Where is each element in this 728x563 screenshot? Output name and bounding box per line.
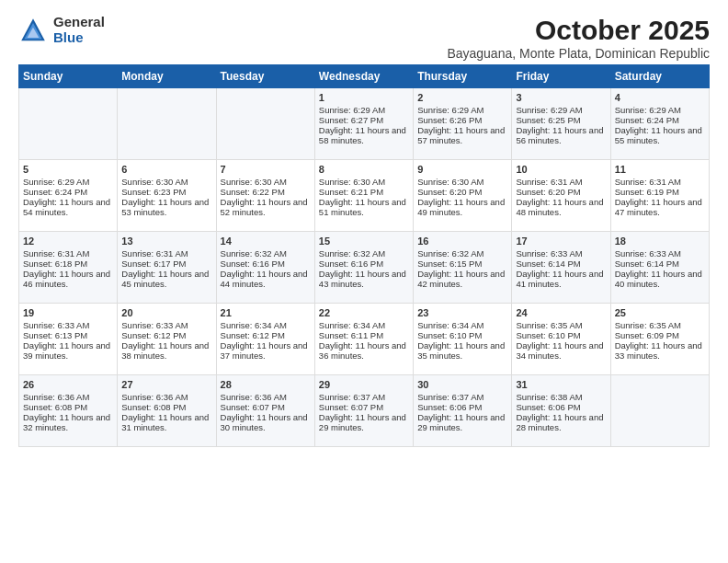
daylight-text: Daylight: 11 hours and 42 minutes. xyxy=(417,269,505,289)
cell-w4-d4: 30Sunrise: 6:37 AMSunset: 6:06 PMDayligh… xyxy=(414,375,512,447)
cell-w4-d2: 28Sunrise: 6:36 AMSunset: 6:07 PMDayligh… xyxy=(216,375,314,447)
cell-w3-d0: 19Sunrise: 6:33 AMSunset: 6:13 PMDayligh… xyxy=(19,304,118,375)
daylight-text: Daylight: 11 hours and 40 minutes. xyxy=(615,269,702,289)
daylight-text: Daylight: 11 hours and 53 minutes. xyxy=(121,197,209,217)
daylight-text: Daylight: 11 hours and 34 minutes. xyxy=(516,340,603,361)
day-number: 21 xyxy=(221,307,311,318)
day-number: 18 xyxy=(615,236,705,247)
sunrise-text: Sunrise: 6:33 AM xyxy=(615,248,681,259)
sunrise-text: Sunrise: 6:34 AM xyxy=(417,320,483,330)
daylight-text: Daylight: 11 hours and 54 minutes. xyxy=(23,197,110,217)
daylight-text: Daylight: 11 hours and 38 minutes. xyxy=(121,340,209,361)
daylight-text: Daylight: 11 hours and 29 minutes. xyxy=(319,412,406,432)
sunset-text: Sunset: 6:16 PM xyxy=(319,259,383,269)
sunset-text: Sunset: 6:24 PM xyxy=(615,115,679,125)
day-number: 23 xyxy=(417,307,507,318)
sunset-text: Sunset: 6:06 PM xyxy=(417,402,482,412)
week-row-0: 1Sunrise: 6:29 AMSunset: 6:27 PMDaylight… xyxy=(19,88,710,160)
day-number: 24 xyxy=(516,307,606,318)
month-title: October 2025 xyxy=(447,15,710,46)
logo-general-label: General xyxy=(53,15,105,30)
calendar-body: 1Sunrise: 6:29 AMSunset: 6:27 PMDaylight… xyxy=(19,88,710,447)
cell-w2-d5: 17Sunrise: 6:33 AMSunset: 6:14 PMDayligh… xyxy=(512,232,610,304)
day-number: 14 xyxy=(221,236,311,247)
sunrise-text: Sunrise: 6:33 AM xyxy=(121,320,188,330)
sunset-text: Sunset: 6:20 PM xyxy=(516,187,580,197)
cell-w1-d2: 7Sunrise: 6:30 AMSunset: 6:22 PMDaylight… xyxy=(216,160,314,232)
cell-w3-d5: 24Sunrise: 6:35 AMSunset: 6:10 PMDayligh… xyxy=(512,304,610,375)
day-number: 6 xyxy=(121,164,211,175)
sunset-text: Sunset: 6:14 PM xyxy=(516,259,580,269)
sunset-text: Sunset: 6:23 PM xyxy=(121,187,186,197)
sunrise-text: Sunrise: 6:37 AM xyxy=(417,392,483,402)
sunset-text: Sunset: 6:24 PM xyxy=(23,187,87,197)
day-number: 30 xyxy=(417,379,507,390)
daylight-text: Daylight: 11 hours and 55 minutes. xyxy=(615,125,702,145)
daylight-text: Daylight: 11 hours and 31 minutes. xyxy=(121,412,209,432)
cell-w1-d3: 8Sunrise: 6:30 AMSunset: 6:21 PMDaylight… xyxy=(314,160,413,232)
sunrise-text: Sunrise: 6:29 AM xyxy=(319,105,385,115)
sunset-text: Sunset: 6:17 PM xyxy=(121,259,186,269)
sunrise-text: Sunrise: 6:33 AM xyxy=(23,320,89,330)
cell-w2-d2: 14Sunrise: 6:32 AMSunset: 6:16 PMDayligh… xyxy=(216,232,314,304)
daylight-text: Daylight: 11 hours and 29 minutes. xyxy=(417,412,505,432)
sunset-text: Sunset: 6:22 PM xyxy=(221,187,285,197)
cell-w4-d0: 26Sunrise: 6:36 AMSunset: 6:08 PMDayligh… xyxy=(19,375,118,447)
sunrise-text: Sunrise: 6:33 AM xyxy=(516,248,582,259)
sunrise-text: Sunrise: 6:30 AM xyxy=(121,177,188,187)
sunrise-text: Sunrise: 6:29 AM xyxy=(615,105,681,115)
day-number: 4 xyxy=(615,92,705,103)
sunset-text: Sunset: 6:26 PM xyxy=(417,115,482,125)
sunrise-text: Sunrise: 6:35 AM xyxy=(615,320,681,330)
header-tuesday: Tuesday xyxy=(216,65,314,88)
day-number: 25 xyxy=(615,307,705,318)
daylight-text: Daylight: 11 hours and 45 minutes. xyxy=(121,269,209,289)
cell-w0-d1 xyxy=(118,88,216,160)
day-number: 22 xyxy=(319,307,409,318)
sunset-text: Sunset: 6:20 PM xyxy=(417,187,482,197)
cell-w4-d3: 29Sunrise: 6:37 AMSunset: 6:07 PMDayligh… xyxy=(314,375,413,447)
day-number: 29 xyxy=(319,379,409,390)
daylight-text: Daylight: 11 hours and 44 minutes. xyxy=(221,269,308,289)
day-number: 9 xyxy=(417,164,507,175)
day-number: 13 xyxy=(121,236,211,247)
sunset-text: Sunset: 6:25 PM xyxy=(516,115,580,125)
day-number: 19 xyxy=(23,307,113,318)
cell-w3-d3: 22Sunrise: 6:34 AMSunset: 6:11 PMDayligh… xyxy=(314,304,413,375)
day-number: 10 xyxy=(516,164,606,175)
sunrise-text: Sunrise: 6:31 AM xyxy=(615,177,681,187)
cell-w0-d4: 2Sunrise: 6:29 AMSunset: 6:26 PMDaylight… xyxy=(414,88,512,160)
calendar-table: Sunday Monday Tuesday Wednesday Thursday… xyxy=(18,64,710,447)
sunrise-text: Sunrise: 6:36 AM xyxy=(23,392,89,402)
sunrise-text: Sunrise: 6:30 AM xyxy=(221,177,287,187)
sunrise-text: Sunrise: 6:29 AM xyxy=(23,177,89,187)
location-title: Bayaguana, Monte Plata, Dominican Republ… xyxy=(447,46,710,61)
sunrise-text: Sunrise: 6:30 AM xyxy=(319,177,385,187)
day-number: 11 xyxy=(615,164,705,175)
sunrise-text: Sunrise: 6:29 AM xyxy=(516,105,582,115)
sunset-text: Sunset: 6:19 PM xyxy=(615,187,679,197)
sunrise-text: Sunrise: 6:36 AM xyxy=(121,392,188,402)
sunrise-text: Sunrise: 6:31 AM xyxy=(121,248,188,259)
title-block: October 2025 Bayaguana, Monte Plata, Dom… xyxy=(447,15,710,61)
daylight-text: Daylight: 11 hours and 47 minutes. xyxy=(615,197,702,217)
sunset-text: Sunset: 6:08 PM xyxy=(23,402,87,412)
day-number: 3 xyxy=(516,92,606,103)
cell-w0-d0 xyxy=(19,88,118,160)
header-wednesday: Wednesday xyxy=(314,65,413,88)
day-number: 16 xyxy=(417,236,507,247)
daylight-text: Daylight: 11 hours and 39 minutes. xyxy=(23,340,110,361)
daylight-text: Daylight: 11 hours and 37 minutes. xyxy=(221,340,308,361)
logo-icon xyxy=(18,16,48,45)
cell-w2-d0: 12Sunrise: 6:31 AMSunset: 6:18 PMDayligh… xyxy=(19,232,118,304)
sunset-text: Sunset: 6:11 PM xyxy=(319,330,383,340)
sunset-text: Sunset: 6:06 PM xyxy=(516,402,580,412)
sunset-text: Sunset: 6:14 PM xyxy=(615,259,679,269)
cell-w0-d5: 3Sunrise: 6:29 AMSunset: 6:25 PMDaylight… xyxy=(512,88,610,160)
day-number: 15 xyxy=(319,236,409,247)
page: General Blue October 2025 Bayaguana, Mon… xyxy=(0,0,728,456)
day-number: 1 xyxy=(319,92,409,103)
cell-w0-d3: 1Sunrise: 6:29 AMSunset: 6:27 PMDaylight… xyxy=(314,88,413,160)
sunrise-text: Sunrise: 6:32 AM xyxy=(221,248,287,259)
daylight-text: Daylight: 11 hours and 36 minutes. xyxy=(319,340,406,361)
